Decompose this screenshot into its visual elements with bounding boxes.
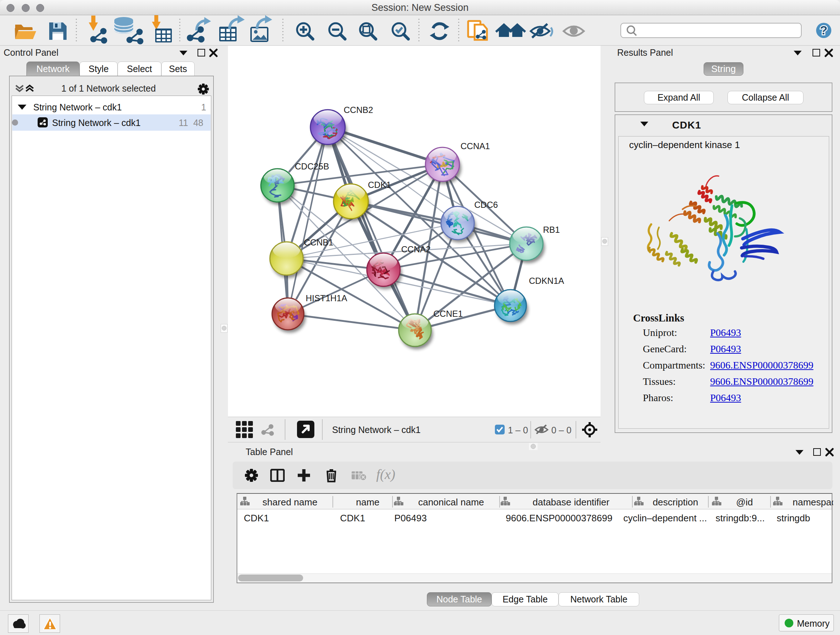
svg-text:CCNE1: CCNE1 bbox=[433, 309, 463, 318]
svg-text:CCNA2: CCNA2 bbox=[401, 244, 431, 254]
svg-text:CDKN1A: CDKN1A bbox=[529, 276, 564, 286]
svg-text:CCNB2: CCNB2 bbox=[344, 105, 373, 115]
svg-text:CDC6: CDC6 bbox=[474, 200, 498, 210]
svg-text:CDC25B: CDC25B bbox=[295, 162, 329, 171]
svg-text:?: ? bbox=[820, 23, 828, 37]
svg-text:CCNB1: CCNB1 bbox=[304, 238, 333, 247]
svg-text:RB1: RB1 bbox=[543, 225, 560, 234]
svg-text:CDK1: CDK1 bbox=[368, 180, 391, 190]
svg-text:HIST1H1A: HIST1H1A bbox=[306, 293, 347, 303]
svg-text:CCNA1: CCNA1 bbox=[461, 141, 490, 151]
